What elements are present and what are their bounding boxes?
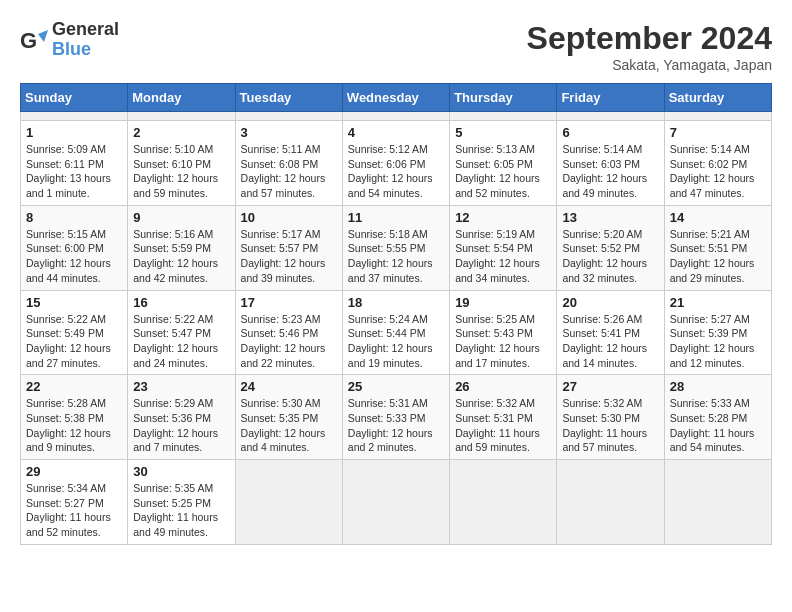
empty-cell <box>128 112 235 121</box>
day-cell-18: 18 Sunrise: 5:24 AM Sunset: 5:44 PM Dayl… <box>342 290 449 375</box>
day-cell-2: 2 Sunrise: 5:10 AM Sunset: 6:10 PM Dayli… <box>128 121 235 206</box>
day-number: 21 <box>670 295 766 310</box>
page-header: G General Blue September 2024 Sakata, Ya… <box>20 20 772 73</box>
day-cell-11: 11 Sunrise: 5:18 AM Sunset: 5:55 PM Dayl… <box>342 205 449 290</box>
day-info: Sunrise: 5:27 AM Sunset: 5:39 PM Dayligh… <box>670 312 766 371</box>
day-cell-20: 20 Sunrise: 5:26 AM Sunset: 5:41 PM Dayl… <box>557 290 664 375</box>
day-number: 4 <box>348 125 444 140</box>
day-cell-1: 1 Sunrise: 5:09 AM Sunset: 6:11 PM Dayli… <box>21 121 128 206</box>
day-number: 5 <box>455 125 551 140</box>
day-cell-21: 21 Sunrise: 5:27 AM Sunset: 5:39 PM Dayl… <box>664 290 771 375</box>
day-cell-4: 4 Sunrise: 5:12 AM Sunset: 6:06 PM Dayli… <box>342 121 449 206</box>
header-tuesday: Tuesday <box>235 84 342 112</box>
day-number: 29 <box>26 464 122 479</box>
day-number: 2 <box>133 125 229 140</box>
logo-line1: General <box>52 20 119 40</box>
day-cell-15: 15 Sunrise: 5:22 AM Sunset: 5:49 PM Dayl… <box>21 290 128 375</box>
day-info: Sunrise: 5:16 AM Sunset: 5:59 PM Dayligh… <box>133 227 229 286</box>
day-number: 30 <box>133 464 229 479</box>
header-saturday: Saturday <box>664 84 771 112</box>
day-info: Sunrise: 5:25 AM Sunset: 5:43 PM Dayligh… <box>455 312 551 371</box>
day-number: 13 <box>562 210 658 225</box>
day-info: Sunrise: 5:10 AM Sunset: 6:10 PM Dayligh… <box>133 142 229 201</box>
calendar-row: 29 Sunrise: 5:34 AM Sunset: 5:27 PM Dayl… <box>21 460 772 545</box>
day-info: Sunrise: 5:29 AM Sunset: 5:36 PM Dayligh… <box>133 396 229 455</box>
empty-cell <box>21 112 128 121</box>
day-info: Sunrise: 5:26 AM Sunset: 5:41 PM Dayligh… <box>562 312 658 371</box>
empty-cell <box>664 112 771 121</box>
month-title: September 2024 <box>527 20 772 57</box>
day-info: Sunrise: 5:13 AM Sunset: 6:05 PM Dayligh… <box>455 142 551 201</box>
empty-cell <box>450 112 557 121</box>
day-number: 3 <box>241 125 337 140</box>
day-cell-19: 19 Sunrise: 5:25 AM Sunset: 5:43 PM Dayl… <box>450 290 557 375</box>
day-number: 14 <box>670 210 766 225</box>
calendar-row: 1 Sunrise: 5:09 AM Sunset: 6:11 PM Dayli… <box>21 121 772 206</box>
day-info: Sunrise: 5:12 AM Sunset: 6:06 PM Dayligh… <box>348 142 444 201</box>
day-cell-22: 22 Sunrise: 5:28 AM Sunset: 5:38 PM Dayl… <box>21 375 128 460</box>
empty-cell <box>557 460 664 545</box>
day-info: Sunrise: 5:33 AM Sunset: 5:28 PM Dayligh… <box>670 396 766 455</box>
day-info: Sunrise: 5:23 AM Sunset: 5:46 PM Dayligh… <box>241 312 337 371</box>
day-cell-14: 14 Sunrise: 5:21 AM Sunset: 5:51 PM Dayl… <box>664 205 771 290</box>
day-info: Sunrise: 5:32 AM Sunset: 5:30 PM Dayligh… <box>562 396 658 455</box>
day-number: 11 <box>348 210 444 225</box>
day-info: Sunrise: 5:18 AM Sunset: 5:55 PM Dayligh… <box>348 227 444 286</box>
day-number: 8 <box>26 210 122 225</box>
day-number: 19 <box>455 295 551 310</box>
day-cell-7: 7 Sunrise: 5:14 AM Sunset: 6:02 PM Dayli… <box>664 121 771 206</box>
calendar-row <box>21 112 772 121</box>
day-number: 20 <box>562 295 658 310</box>
calendar-row: 22 Sunrise: 5:28 AM Sunset: 5:38 PM Dayl… <box>21 375 772 460</box>
header-sunday: Sunday <box>21 84 128 112</box>
header-monday: Monday <box>128 84 235 112</box>
day-number: 27 <box>562 379 658 394</box>
day-info: Sunrise: 5:35 AM Sunset: 5:25 PM Dayligh… <box>133 481 229 540</box>
day-number: 25 <box>348 379 444 394</box>
title-block: September 2024 Sakata, Yamagata, Japan <box>527 20 772 73</box>
day-info: Sunrise: 5:20 AM Sunset: 5:52 PM Dayligh… <box>562 227 658 286</box>
day-number: 12 <box>455 210 551 225</box>
day-info: Sunrise: 5:34 AM Sunset: 5:27 PM Dayligh… <box>26 481 122 540</box>
header-friday: Friday <box>557 84 664 112</box>
day-info: Sunrise: 5:15 AM Sunset: 6:00 PM Dayligh… <box>26 227 122 286</box>
day-cell-13: 13 Sunrise: 5:20 AM Sunset: 5:52 PM Dayl… <box>557 205 664 290</box>
day-cell-5: 5 Sunrise: 5:13 AM Sunset: 6:05 PM Dayli… <box>450 121 557 206</box>
calendar-header-row: Sunday Monday Tuesday Wednesday Thursday… <box>21 84 772 112</box>
logo-line2: Blue <box>52 40 119 60</box>
day-cell-12: 12 Sunrise: 5:19 AM Sunset: 5:54 PM Dayl… <box>450 205 557 290</box>
logo-icon: G <box>20 26 48 54</box>
calendar-row: 15 Sunrise: 5:22 AM Sunset: 5:49 PM Dayl… <box>21 290 772 375</box>
empty-cell <box>342 112 449 121</box>
day-info: Sunrise: 5:19 AM Sunset: 5:54 PM Dayligh… <box>455 227 551 286</box>
empty-cell <box>450 460 557 545</box>
empty-cell <box>664 460 771 545</box>
day-info: Sunrise: 5:24 AM Sunset: 5:44 PM Dayligh… <box>348 312 444 371</box>
day-number: 1 <box>26 125 122 140</box>
day-cell-30: 30 Sunrise: 5:35 AM Sunset: 5:25 PM Dayl… <box>128 460 235 545</box>
day-number: 6 <box>562 125 658 140</box>
day-info: Sunrise: 5:17 AM Sunset: 5:57 PM Dayligh… <box>241 227 337 286</box>
day-info: Sunrise: 5:09 AM Sunset: 6:11 PM Dayligh… <box>26 142 122 201</box>
day-cell-8: 8 Sunrise: 5:15 AM Sunset: 6:00 PM Dayli… <box>21 205 128 290</box>
day-number: 7 <box>670 125 766 140</box>
svg-text:G: G <box>20 28 37 53</box>
day-info: Sunrise: 5:30 AM Sunset: 5:35 PM Dayligh… <box>241 396 337 455</box>
day-info: Sunrise: 5:31 AM Sunset: 5:33 PM Dayligh… <box>348 396 444 455</box>
header-wednesday: Wednesday <box>342 84 449 112</box>
day-cell-3: 3 Sunrise: 5:11 AM Sunset: 6:08 PM Dayli… <box>235 121 342 206</box>
day-cell-25: 25 Sunrise: 5:31 AM Sunset: 5:33 PM Dayl… <box>342 375 449 460</box>
day-number: 16 <box>133 295 229 310</box>
day-cell-17: 17 Sunrise: 5:23 AM Sunset: 5:46 PM Dayl… <box>235 290 342 375</box>
day-cell-9: 9 Sunrise: 5:16 AM Sunset: 5:59 PM Dayli… <box>128 205 235 290</box>
calendar-row: 8 Sunrise: 5:15 AM Sunset: 6:00 PM Dayli… <box>21 205 772 290</box>
day-number: 24 <box>241 379 337 394</box>
empty-cell <box>342 460 449 545</box>
day-cell-6: 6 Sunrise: 5:14 AM Sunset: 6:03 PM Dayli… <box>557 121 664 206</box>
day-number: 10 <box>241 210 337 225</box>
day-number: 22 <box>26 379 122 394</box>
day-info: Sunrise: 5:32 AM Sunset: 5:31 PM Dayligh… <box>455 396 551 455</box>
day-info: Sunrise: 5:14 AM Sunset: 6:02 PM Dayligh… <box>670 142 766 201</box>
empty-cell <box>235 112 342 121</box>
day-number: 9 <box>133 210 229 225</box>
